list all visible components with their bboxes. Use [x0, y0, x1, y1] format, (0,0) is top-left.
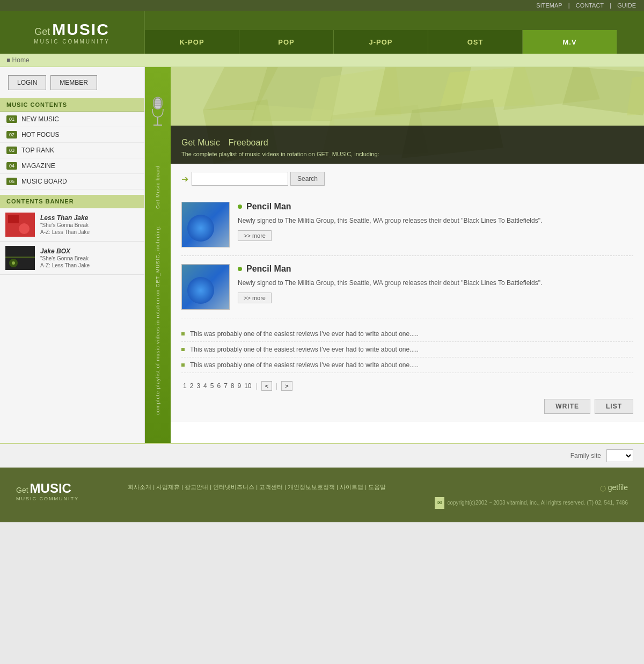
content-body: ➔ Search Pencil Man Newly signed to The …	[171, 164, 644, 422]
svg-rect-1	[8, 215, 19, 223]
contents-banner-section: CONTENTS BANNER Less Than Jake "She's Go…	[0, 195, 144, 275]
page-next[interactable]: >	[281, 381, 292, 391]
deco-bar-text: Get Music board	[155, 165, 160, 209]
page-4[interactable]: 4	[203, 382, 207, 390]
logo-get: Get	[34, 26, 50, 38]
banner-image-2	[5, 246, 35, 270]
post-title-1: Pencil Man	[246, 202, 291, 211]
member-button[interactable]: MEMBER	[50, 75, 97, 90]
post-thumb-circle-1	[187, 215, 214, 242]
page-1[interactable]: 1	[183, 382, 187, 390]
sidebar-menu: 01 NEW MUSIC 02 HOT FOCUS 03 TOP RANK 04…	[0, 112, 144, 189]
banner-item-2[interactable]: Jake BOX "She's Gonna BreakA-Z: Less Tha…	[0, 242, 144, 275]
text-link-2[interactable]: This was probably one of the easiest rev…	[181, 342, 633, 357]
nav-jpop[interactable]: J-POP	[334, 30, 428, 54]
nav-mv[interactable]: M.V	[523, 30, 617, 54]
post-info-1: Pencil Man Newly signed to The Militia G…	[238, 202, 633, 247]
post-more-button-2[interactable]: >> more	[238, 293, 272, 303]
menu-music-board[interactable]: 05 MUSIC BOARD	[0, 174, 144, 189]
top-bar: SITEMAP | CONTACT | GUIDE	[0, 0, 644, 11]
text-link-label-1: This was probably one of the easiest rev…	[190, 330, 419, 338]
banner-image-1	[5, 213, 35, 237]
menu-label-magazine: MAGAZINE	[21, 162, 55, 170]
post-thumb-inner-2	[182, 265, 229, 309]
hero-title: Get Music Freeboard	[181, 132, 633, 149]
page-9[interactable]: 9	[238, 382, 241, 390]
main-content: Get Music Freeboard The complete playlis…	[171, 67, 644, 443]
page-8[interactable]: 8	[231, 382, 235, 390]
main-layout: LOGIN MEMBER MUSIC CONTENTS 01 NEW MUSIC…	[0, 67, 644, 443]
hero-banner: Get Music Freeboard The complete playlis…	[171, 67, 644, 164]
banner-item-1[interactable]: Less Than Jake "She's Gonna BreakA-Z: Le…	[0, 208, 144, 242]
footer-logo-get: Get	[16, 486, 28, 494]
hero-main-title: Freeboard	[229, 138, 268, 147]
contents-banner-title: CONTENTS BANNER	[0, 195, 144, 208]
menu-num-05: 05	[6, 178, 17, 185]
search-button[interactable]: Search	[290, 172, 325, 186]
post-thumb-inner-1	[182, 202, 229, 247]
side-deco-bar: Get Music board complete playlist of mus…	[145, 67, 171, 443]
svg-rect-3	[5, 246, 35, 270]
banner-desc-1: "She's Gonna BreakA-Z: Less Than Jake	[40, 222, 90, 236]
footer-logo-sub: MUSIC COMMUNITY	[16, 496, 79, 501]
logo-music: MUSIC	[52, 20, 109, 39]
banner-title-2: Jake BOX	[40, 247, 90, 255]
contact-link[interactable]: CONTACT	[576, 2, 604, 9]
nav-ost[interactable]: OST	[428, 30, 523, 54]
svg-rect-7	[155, 98, 161, 109]
write-button[interactable]: WRITE	[544, 399, 590, 414]
banner-info-1: Less Than Jake "She's Gonna BreakA-Z: Le…	[40, 214, 90, 236]
login-button[interactable]: LOGIN	[8, 75, 46, 90]
post-title-row-2: Pencil Man	[238, 264, 633, 274]
text-link-label-3: This was probably one of the easiest rev…	[190, 361, 419, 369]
menu-label-new-music: NEW MUSIC	[21, 115, 59, 123]
hero-text-overlay: Get Music Freeboard The complete playlis…	[171, 126, 644, 164]
page-2[interactable]: 2	[190, 382, 194, 390]
post-info-2: Pencil Man Newly signed to The Militia G…	[238, 264, 633, 310]
logo-sub: MUSIC COMMUNITY	[34, 39, 110, 45]
menu-new-music[interactable]: 01 NEW MUSIC	[0, 112, 144, 127]
page-6[interactable]: 6	[217, 382, 221, 390]
family-site-select[interactable]	[606, 449, 633, 462]
post-thumb-circle-2	[187, 277, 214, 304]
action-buttons: WRITE LIST	[181, 399, 633, 414]
post-more-button-1[interactable]: >> more	[238, 230, 272, 241]
nav-kpop[interactable]: K-POP	[145, 30, 239, 54]
post-item-2: Pencil Man Newly signed to The Militia G…	[181, 256, 633, 318]
menu-top-rank[interactable]: 03 TOP RANK	[0, 143, 144, 158]
search-bar: ➔ Search	[181, 172, 633, 186]
page-7[interactable]: 7	[224, 382, 228, 390]
footer-logo-music: MUSIC	[30, 481, 71, 496]
sidebar: LOGIN MEMBER MUSIC CONTENTS 01 NEW MUSIC…	[0, 67, 145, 443]
post-dot-2	[238, 267, 242, 271]
text-link-label-2: This was probably one of the easiest rev…	[190, 346, 419, 353]
search-arrow-icon: ➔	[181, 174, 188, 184]
breadcrumb-home[interactable]: Home	[12, 56, 30, 64]
text-links: This was probably one of the easiest rev…	[181, 326, 633, 373]
hero-subtitle: The complete playlist of music videos in…	[181, 151, 633, 157]
breadcrumb: ■ Home	[0, 54, 644, 67]
search-input[interactable]	[192, 172, 288, 186]
text-link-3[interactable]: This was probably one of the easiest rev…	[181, 357, 633, 373]
post-thumb-2	[181, 264, 230, 310]
footer-copyright: ◯ getfile ✉ copyright(c)2002 ~ 2003 vita…	[435, 481, 628, 509]
header: Get MUSIC MUSIC COMMUNITY K-POP POP J-PO…	[0, 11, 644, 54]
menu-num-04: 04	[6, 162, 17, 170]
post-desc-2: Newly signed to The Militia Group, this …	[238, 278, 633, 288]
sitemap-link[interactable]: SITEMAP	[536, 2, 562, 9]
list-button[interactable]: LIST	[595, 399, 633, 414]
sidebar-auth: LOGIN MEMBER	[0, 67, 144, 98]
nav-pop[interactable]: POP	[239, 30, 334, 54]
menu-label-hot-focus: HOT FOCUS	[21, 131, 59, 138]
deco-bar-subtext: complete playlist of music videos in rot…	[155, 225, 160, 415]
page-10[interactable]: 10	[244, 382, 251, 390]
menu-hot-focus[interactable]: 02 HOT FOCUS	[0, 127, 144, 143]
guide-link[interactable]: GUIDE	[617, 2, 636, 9]
menu-magazine[interactable]: 04 MAGAZINE	[0, 158, 144, 174]
post-thumb-1	[181, 202, 230, 247]
page-5[interactable]: 5	[210, 382, 214, 390]
text-link-1[interactable]: This was probably one of the easiest rev…	[181, 326, 633, 342]
page-3[interactable]: 3	[196, 382, 200, 390]
page-prev[interactable]: <	[261, 381, 272, 391]
post-item-1: Pencil Man Newly signed to The Militia G…	[181, 194, 633, 256]
